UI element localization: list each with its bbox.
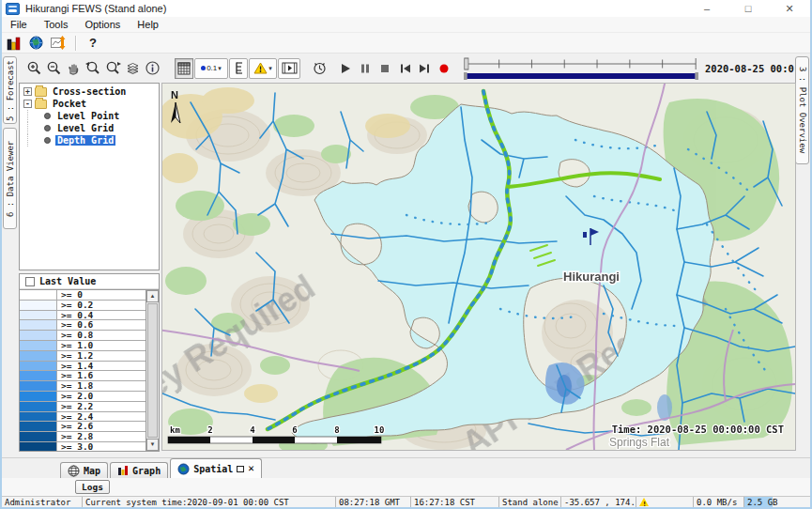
legend-scrollbar[interactable]: ▲ ▼: [146, 290, 159, 451]
menu-options[interactable]: Options: [76, 17, 129, 33]
tab-map-label: Map: [84, 466, 100, 476]
legend-row-label: >= 2.8: [57, 432, 146, 441]
tree-item[interactable]: +Cross-section: [20, 85, 159, 98]
legend-row-label: >= 1.8: [57, 381, 146, 391]
record-button[interactable]: [435, 58, 453, 79]
legend-row[interactable]: >= 3.0: [20, 442, 146, 451]
tree-item[interactable]: Depth Grid: [20, 134, 159, 147]
tree-item[interactable]: Level Point: [20, 110, 159, 122]
step-back-button[interactable]: [395, 58, 414, 79]
pause-button[interactable]: [356, 58, 375, 79]
legend-color-swatch: [20, 362, 57, 371]
status-gmt-time: 08:27:18 GMT: [336, 497, 411, 507]
status-warning[interactable]: [636, 497, 694, 507]
close-panel-icon[interactable]: ✕: [248, 464, 254, 473]
help-button[interactable]: ?: [82, 34, 104, 53]
maximize-button[interactable]: □: [728, 0, 769, 17]
tree-toggle[interactable]: -: [23, 100, 32, 108]
tree-connector: [27, 122, 44, 134]
warnings-dropdown[interactable]: ▾: [249, 58, 277, 79]
step-forward-icon: [419, 63, 431, 74]
legend-color-swatch: [20, 301, 57, 310]
spatial-globe-button[interactable]: [24, 34, 47, 53]
memory-value: 2.5 GB: [747, 498, 778, 507]
profile-display-button[interactable]: [47, 34, 69, 53]
grid-opacity-dropdown[interactable]: 0.1 ▾: [194, 58, 228, 79]
bullet-icon: [44, 137, 51, 144]
close-button[interactable]: ✕: [769, 0, 810, 17]
menu-file[interactable]: File: [2, 17, 36, 33]
statusbar: Administrator Current system time:2020-0…: [2, 496, 810, 507]
step-forward-button[interactable]: [415, 58, 434, 79]
menu-tools[interactable]: Tools: [36, 17, 77, 33]
zoom-out-button[interactable]: [44, 58, 63, 79]
pan-hand-icon: [66, 60, 82, 76]
clock-icon: [312, 60, 328, 76]
legend-color-swatch: [20, 320, 57, 330]
stop-button[interactable]: [375, 58, 394, 79]
legend-row-label: >= 1.6: [57, 371, 146, 380]
tree-item[interactable]: Level Grid: [20, 122, 159, 134]
tree-toggle[interactable]: +: [23, 87, 32, 96]
pan-button[interactable]: [64, 58, 83, 79]
town-label: Hikurangi: [563, 270, 620, 284]
layers-button[interactable]: [123, 58, 142, 79]
toolbar-separator: [75, 36, 76, 51]
zoom-previous-button[interactable]: [84, 58, 102, 79]
status-local-time: 16:27:18 CST: [411, 497, 499, 507]
legend-toggle-button[interactable]: [229, 58, 248, 79]
scale-legend-icon: [233, 61, 245, 75]
tab-forecast[interactable]: 5 : Forecast: [3, 56, 17, 124]
explorer-button[interactable]: [2, 34, 24, 53]
legend-row[interactable]: >= 1.2: [20, 351, 146, 362]
restore-panel-icon[interactable]: [237, 466, 244, 472]
scalebar-tick: 10: [375, 425, 385, 435]
legend-row[interactable]: >= 0.2: [20, 301, 146, 311]
logs-button[interactable]: Logs: [75, 480, 110, 494]
legend-rows: >= 0>= 0.2>= 0.4>= 0.6>= 0.8>= 1.0>= 1.2…: [20, 290, 146, 451]
scroll-down-icon[interactable]: ▼: [146, 439, 159, 451]
grid-display-button[interactable]: [175, 58, 193, 79]
scroll-up-icon[interactable]: ▲: [146, 290, 159, 302]
folder-icon: [35, 87, 47, 97]
map-view[interactable]: API Key Required API Key Required: [161, 83, 796, 451]
app-icon: [6, 3, 20, 15]
tab-plot-overview[interactable]: 3 : Plot Overview: [795, 56, 809, 164]
legend-row-label: >= 1.0: [57, 341, 146, 350]
legend-color-swatch: [20, 392, 57, 401]
tree-item[interactable]: -Pocket: [20, 98, 159, 110]
timeline-slider[interactable]: [464, 56, 698, 81]
info-icon: [145, 60, 161, 76]
main-toolbar: ?: [2, 33, 810, 54]
tree-item-label: Level Grid: [55, 123, 115, 133]
zoom-in-button[interactable]: [24, 58, 43, 79]
legend-row-label: >= 2.0: [57, 392, 146, 401]
tab-spatial[interactable]: Spatial ✕: [170, 458, 262, 478]
tab-data-viewer[interactable]: 6 : Data Viewer: [3, 128, 17, 229]
zoom-next-button[interactable]: [103, 58, 122, 79]
window-title: Hikurangi FEWS (Stand alone): [25, 3, 166, 14]
zoom-next-icon: [104, 60, 122, 76]
minimize-button[interactable]: –: [686, 0, 728, 17]
menu-help[interactable]: Help: [129, 17, 167, 33]
tab-graph[interactable]: Graph: [110, 462, 168, 478]
movie-icon: [282, 62, 298, 74]
zoom-out-icon: [46, 60, 62, 76]
tab-map[interactable]: Map: [60, 462, 108, 478]
tree: +Cross-section-PocketLevel PointLevel Gr…: [19, 83, 160, 270]
animation-button[interactable]: [278, 58, 300, 79]
status-system-time: Current system time:2020-09-01 00:00 CST: [83, 497, 336, 507]
last-value-checkbox[interactable]: [25, 277, 35, 286]
info-button[interactable]: [143, 58, 161, 79]
bullet-icon: [44, 113, 51, 119]
play-button[interactable]: [336, 58, 355, 79]
legend-row[interactable]: >= 2.2: [20, 402, 146, 412]
time-settings-button[interactable]: [310, 58, 329, 79]
legend-color-swatch: [20, 331, 57, 340]
legend-row-label: >= 2.4: [57, 412, 146, 422]
legend-row-label: >= 0.4: [57, 311, 146, 320]
legend-row-label: >= 2.2: [57, 402, 146, 411]
scrollbar-thumb[interactable]: [147, 303, 158, 438]
globe-wireframe-icon: [68, 465, 80, 477]
legend-row-label: >= 1.4: [57, 362, 146, 371]
